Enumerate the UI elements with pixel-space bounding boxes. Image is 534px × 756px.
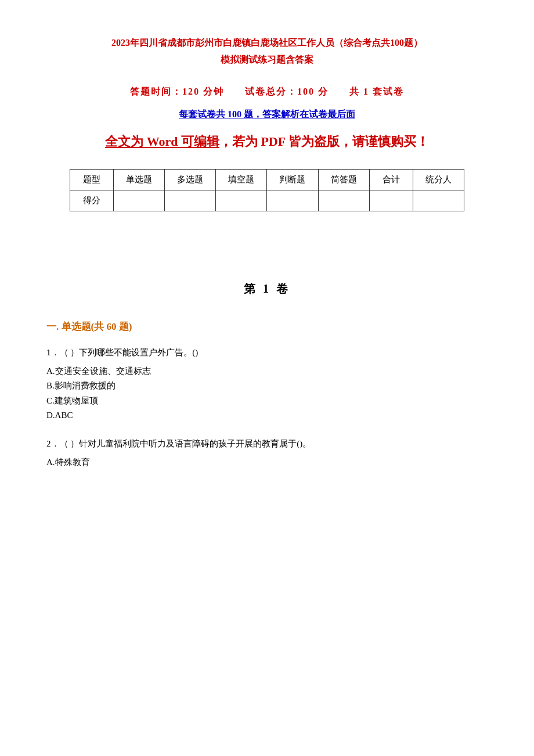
table-header-row: 题型 单选题 多选题 填空题 判断题 简答题 合计 统分人 [70, 169, 464, 190]
col-header-single: 单选题 [114, 169, 165, 190]
col-header-multi: 多选题 [165, 169, 216, 190]
question-1-option-b: B.影响消费救援的 [46, 379, 488, 394]
score-single [114, 190, 165, 211]
score-short [318, 190, 369, 211]
score-table: 题型 单选题 多选题 填空题 判断题 简答题 合计 统分人 得分 [70, 169, 464, 211]
col-header-total: 合计 [369, 169, 413, 190]
exam-info: 答题时间：120 分钟 试卷总分：100 分 共 1 套试卷 [46, 86, 488, 98]
col-header-type: 题型 [70, 169, 114, 190]
question-1-text: 1．（ ）下列哪些不能设置户外广告。() [46, 345, 488, 361]
score-table-container: 题型 单选题 多选题 填空题 判断题 简答题 合计 统分人 得分 [70, 169, 464, 211]
title-line1: 2023年四川省成都市彭州市白鹿镇白鹿场社区工作人员（综合考点共100题） [46, 35, 488, 52]
question-1-option-d: D.ABC [46, 408, 488, 423]
score-multi [165, 190, 216, 211]
question-2-text: 2．（ ）针对儿童福利院中听力及语言障碍的孩子开展的教育属于()。 [46, 436, 488, 452]
score-judge [267, 190, 318, 211]
col-header-fill: 填空题 [216, 169, 267, 190]
section-title: 一. 单选题(共 60 题) [46, 320, 488, 333]
question-1: 1．（ ）下列哪些不能设置户外广告。() A.交通安全设施、交通标志 B.影响消… [46, 345, 488, 423]
col-header-judge: 判断题 [267, 169, 318, 190]
question-2-option-a: A.特殊教育 [46, 455, 488, 470]
notice2-part2: ，若为 PDF 皆为盗版，请谨慎购买！ [219, 134, 429, 149]
time-label: 答题时间：120 分钟 [130, 87, 224, 96]
notice1-text: 每套试卷共 100 题，答案解析在试卷最后面 [179, 109, 355, 119]
score-fill [216, 190, 267, 211]
question-1-option-a: A.交通安全设施、交通标志 [46, 364, 488, 379]
score-total [369, 190, 413, 211]
question-2: 2．（ ）针对儿童福利院中听力及语言障碍的孩子开展的教育属于()。 A.特殊教育 [46, 436, 488, 470]
title-line2: 模拟测试练习题含答案 [46, 52, 488, 69]
question-1-option-c: C.建筑物屋顶 [46, 394, 488, 409]
col-header-short: 简答题 [318, 169, 369, 190]
notice2-part1: 全文为 Word 可编辑 [105, 134, 219, 149]
score-scorer [413, 190, 464, 211]
col-header-scorer: 统分人 [413, 169, 464, 190]
notice-underline: 每套试卷共 100 题，答案解析在试卷最后面 [46, 109, 488, 121]
page-title: 2023年四川省成都市彭州市白鹿镇白鹿场社区工作人员（综合考点共100题） 模拟… [46, 35, 488, 69]
score-row-label: 得分 [70, 190, 114, 211]
table-score-row: 得分 [70, 190, 464, 211]
word-notice: 全文为 Word 可编辑，若为 PDF 皆为盗版，请谨慎购买！ [46, 131, 488, 152]
volume-label: 第 1 卷 [46, 281, 488, 297]
total-score-label: 试卷总分：100 分 [245, 87, 329, 96]
sets-label: 共 1 套试卷 [349, 87, 404, 96]
